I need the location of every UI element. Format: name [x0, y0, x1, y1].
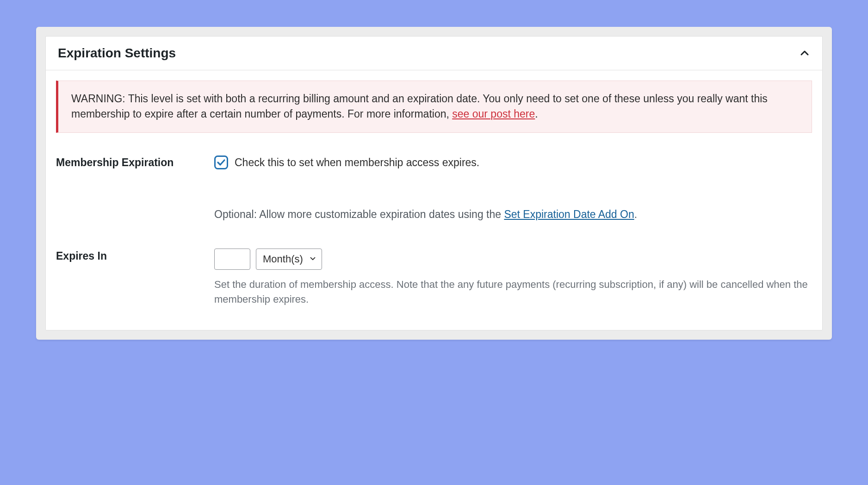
- warning-text: WARNING: This level is set with both a r…: [71, 93, 768, 120]
- settings-panel-inner: Expiration Settings WARNING: This level …: [45, 36, 823, 330]
- expires-in-label: Expires In: [56, 249, 214, 262]
- optional-suffix: .: [634, 208, 637, 220]
- panel-header[interactable]: Expiration Settings: [46, 37, 822, 70]
- membership-expiration-content: Check this to set when membership access…: [214, 155, 812, 222]
- checkbox-row: Check this to set when membership access…: [214, 155, 812, 170]
- optional-prefix: Optional: Allow more customizable expira…: [214, 208, 504, 220]
- addon-link[interactable]: Set Expiration Date Add On: [504, 208, 634, 220]
- svg-rect-0: [215, 156, 228, 168]
- settings-panel-outer: Expiration Settings WARNING: This level …: [36, 27, 832, 340]
- expires-controls: Month(s): [214, 249, 812, 270]
- warning-suffix: .: [535, 108, 538, 120]
- optional-text: Optional: Allow more customizable expira…: [214, 207, 812, 222]
- checkbox-label: Check this to set when membership access…: [235, 155, 479, 170]
- expires-unit-select[interactable]: Month(s): [256, 249, 322, 270]
- membership-expiration-label: Membership Expiration: [56, 155, 214, 169]
- warning-notice: WARNING: This level is set with both a r…: [56, 81, 812, 133]
- expires-help-text: Set the duration of membership access. N…: [214, 277, 812, 307]
- panel-title: Expiration Settings: [58, 46, 176, 61]
- expires-in-content: Month(s) Set the duration of membership …: [214, 249, 812, 307]
- membership-expiration-row: Membership Expiration Check this to set …: [56, 155, 812, 222]
- warning-link[interactable]: see our post here: [452, 108, 535, 120]
- expires-in-row: Expires In Month(s) Set: [56, 249, 812, 307]
- expires-number-input[interactable]: [214, 249, 250, 270]
- panel-body: WARNING: This level is set with both a r…: [46, 70, 822, 330]
- membership-expiration-checkbox[interactable]: [214, 155, 228, 169]
- select-value: Month(s): [263, 252, 303, 267]
- chevron-up-icon: [799, 48, 810, 59]
- chevron-down-icon: [309, 252, 317, 267]
